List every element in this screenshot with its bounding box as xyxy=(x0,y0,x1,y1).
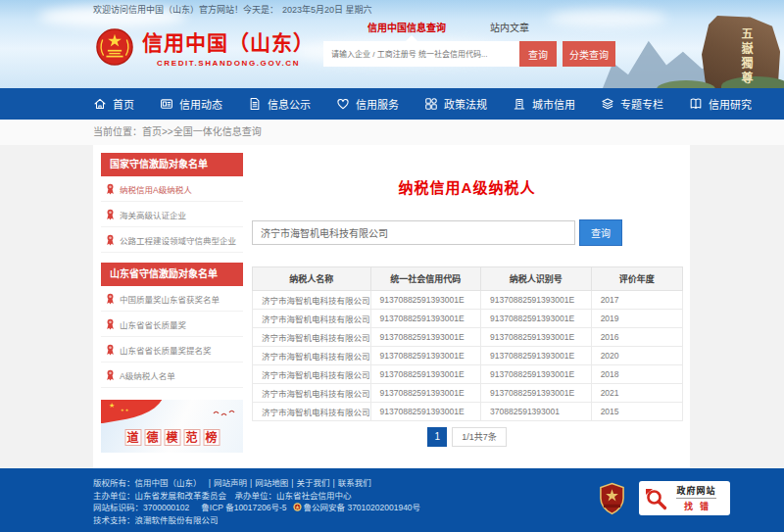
nav-item-policies[interactable]: 政策法规 xyxy=(424,96,487,112)
sidebar-item-label: 山东省省长质量奖提名奖 xyxy=(120,344,212,356)
star-decoration: ★ xyxy=(109,402,115,410)
finderror-text: 政府网站 找错 xyxy=(667,484,725,512)
table-row: 济宁市海智机电科技有限公司91370882591393001E913708825… xyxy=(253,291,683,310)
gov-shield-badge[interactable] xyxy=(599,482,625,515)
table-header-cell: 评价年度 xyxy=(591,267,682,291)
footer-icp[interactable]: 鲁ICP 备10017206号-5 xyxy=(201,503,286,512)
footer-link[interactable]: 关于我们 xyxy=(296,478,329,488)
breadcrumb-text: 当前位置：首页>>全国一体化信息查询 xyxy=(93,126,262,137)
table-row: 济宁市海智机电科技有限公司91370882591393001E913708825… xyxy=(253,310,683,328)
table-cell: 91370882591393001E xyxy=(370,328,481,347)
police-badge-icon xyxy=(287,503,304,512)
sidebar-item[interactable]: 纳税信用A级纳税人 xyxy=(101,176,243,202)
site-header: 欢迎访问信用中国（山东）官方网站！今天是：2023年5月20日 星期六 五嶽獨尊 xyxy=(0,0,784,88)
sidebar-item-label: 公路工程建设领域守信典型企业 xyxy=(120,234,236,246)
sidebar-item[interactable]: 山东省省长质量奖提名奖 xyxy=(101,337,243,363)
gov-finderror-badge[interactable]: 政府网站 找错 xyxy=(639,481,730,515)
footer-text-block: 版权所有：信用中国（山东） |网站声明|网站地图|关于我们|联系我们 主办单位：… xyxy=(93,477,420,526)
layers-icon xyxy=(601,97,614,111)
table-cell: 济宁市海智机电科技有限公司 xyxy=(253,310,371,328)
table-row: 济宁市海智机电科技有限公司91370882591393001E913708825… xyxy=(253,347,683,365)
footer-link[interactable]: 网站地图 xyxy=(255,478,288,488)
nav-item-credit-research[interactable]: 信用研究 xyxy=(689,96,752,112)
site-url: CREDIT.SHANDONG.GOV.CN xyxy=(142,59,315,68)
table-cell: 2016 xyxy=(591,328,682,347)
page-number-button[interactable]: 1 xyxy=(427,427,447,447)
table-cell: 91370882591393001E xyxy=(481,365,592,384)
footer-link-separator: | xyxy=(291,478,293,488)
sidebar-item[interactable]: A级纳税人名单 xyxy=(101,363,243,388)
banner-char: 榜 xyxy=(203,429,220,446)
sidebar-item[interactable]: 中国质量奖山东省获奖名单 xyxy=(101,286,243,312)
search-tab-site-articles[interactable]: 站内文章 xyxy=(490,20,529,33)
banner-title: 道德模范榜 xyxy=(124,429,220,446)
table-header-cell: 纳税人识别号 xyxy=(481,267,592,291)
sidebar-section-title: 山东省守信激励对象名单 xyxy=(101,263,243,286)
table-cell: 济宁市海智机电科技有限公司 xyxy=(253,365,371,384)
site-title: 信用中国（山东） xyxy=(142,26,315,56)
table-cell: 91370882591393001E xyxy=(481,291,592,310)
sidebar-item-label: 海关高级认证企业 xyxy=(120,209,186,220)
star-decoration: ★ ★ xyxy=(121,408,128,412)
nav-item-home[interactable]: 首页 xyxy=(93,96,134,112)
footer-link-separator: | xyxy=(209,478,211,488)
nav-item-label: 信用研究 xyxy=(709,96,752,112)
content-panel: 国家守信激励对象名单纳税信用A级纳税人海关高级认证企业公路工程建设领域守信典型企… xyxy=(93,145,690,468)
nav-item-info-publicity[interactable]: 信息公示 xyxy=(248,96,311,112)
table-cell: 2015 xyxy=(591,403,682,421)
finderror-line2: 找错 xyxy=(684,500,715,512)
footer-link[interactable]: 网站声明 xyxy=(214,478,247,488)
table-cell: 2021 xyxy=(591,384,682,403)
page-title: 纳税信用A级纳税人 xyxy=(250,176,684,197)
page-summary: 1/1共7条 xyxy=(452,427,507,447)
table-cell: 2017 xyxy=(591,291,682,310)
footer-tech-support: 技术支持：浪潮软件股份有限公司 xyxy=(93,514,420,527)
table-cell: 2019 xyxy=(591,310,682,328)
footer-registration-line: 网站标识码：3700000102鲁ICP 备10017206号-5鲁公网安备 3… xyxy=(93,502,420,514)
table-cell: 91370882591393001E xyxy=(481,328,592,347)
sidebar-item-label: 山东省省长质量奖 xyxy=(120,318,186,330)
nav-item-city-credit[interactable]: 城市信用 xyxy=(513,96,575,112)
sidebar-section-title: 国家守信激励对象名单 xyxy=(101,153,243,176)
sidebar-item-label: 纳税信用A级纳税人 xyxy=(120,183,192,195)
table-cell: 91370882591393001E xyxy=(370,384,481,403)
sidebar-item[interactable]: 公路工程建设领域守信典型企业 xyxy=(101,227,243,253)
footer-police-no[interactable]: 鲁公网安备 37010202001940号 xyxy=(304,503,421,512)
table-header-cell: 统一社会信用代码 xyxy=(370,267,481,291)
pagination: 1 1/1共7条 xyxy=(250,427,684,447)
site-logo[interactable]: 信用中国（山东） CREDIT.SHANDONG.GOV.CN xyxy=(96,26,315,68)
sidebar-item[interactable]: 海关高级认证企业 xyxy=(101,202,243,227)
building-icon xyxy=(513,97,526,111)
header-search-input[interactable] xyxy=(323,41,519,67)
query-button[interactable]: 查询 xyxy=(579,219,622,246)
footer-copyright: 版权所有：信用中国（山东） xyxy=(93,478,206,488)
table-header-row: 纳税人名称统一社会信用代码纳税人识别号评价年度 xyxy=(253,267,683,291)
sidebar-item[interactable]: 山东省省长质量奖 xyxy=(101,312,243,337)
table-cell: 济宁市海智机电科技有限公司 xyxy=(253,291,371,310)
moral-model-banner[interactable]: ★ ★ ★ 道德模范榜 xyxy=(101,400,243,453)
company-query-row: 查询 xyxy=(252,219,622,246)
medal-icon xyxy=(106,209,115,220)
table-row: 济宁市海智机电科技有限公司91370882591393001E370882591… xyxy=(253,403,683,421)
table-cell: 91370882591393001E xyxy=(481,347,592,365)
nav-item-label: 专题专栏 xyxy=(620,96,663,112)
banner-char: 道 xyxy=(124,429,141,446)
search-row: 查询 分类查询 xyxy=(323,41,622,67)
category-query-button[interactable]: 分类查询 xyxy=(563,41,615,67)
footer-link-separator: | xyxy=(332,478,334,488)
nav-item-credit-news[interactable]: 信用动态 xyxy=(160,96,222,112)
current-date: 2023年5月20日 星期六 xyxy=(282,5,372,15)
nav-item-special-topics[interactable]: 专题专栏 xyxy=(601,96,663,112)
header-query-button[interactable]: 查询 xyxy=(519,41,557,67)
nav-item-label: 城市信用 xyxy=(532,96,575,112)
table-header-cell: 纳税人名称 xyxy=(253,267,371,291)
company-search-input[interactable] xyxy=(252,220,575,245)
footer-link[interactable]: 联系我们 xyxy=(338,478,371,488)
table-cell: 91370882591393001E xyxy=(370,310,481,328)
search-tab-credit-china-query[interactable]: 信用中国信息查询 xyxy=(368,20,446,33)
nav-item-label: 信息公示 xyxy=(268,96,311,112)
content-area: 国家守信激励对象名单纳税信用A级纳税人海关高级认证企业公路工程建设领域守信典型企… xyxy=(0,145,784,468)
birds-decoration xyxy=(213,404,238,421)
nav-item-credit-service[interactable]: 信用服务 xyxy=(336,96,399,112)
home-icon xyxy=(93,97,107,111)
